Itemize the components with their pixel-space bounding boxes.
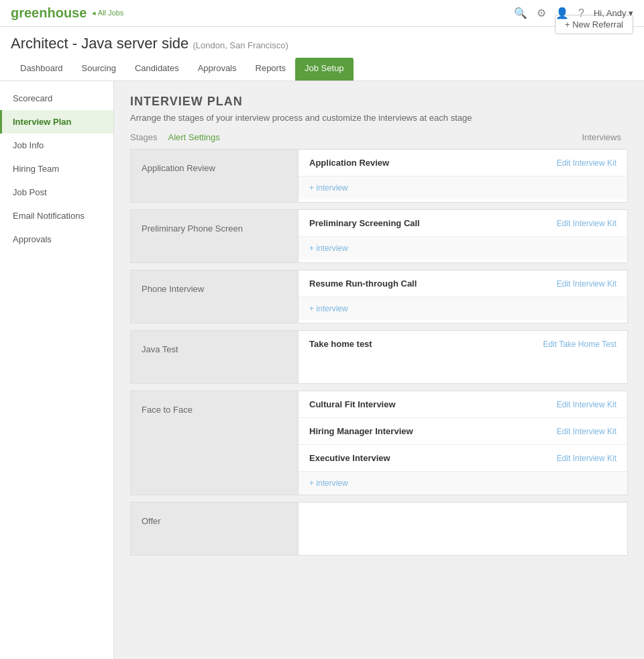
help-icon[interactable]: ? [578,7,584,19]
content-area: INTERVIEW PLAN Arrange the stages of you… [114,81,644,659]
stage-label-preliminary-phone-screen: Preliminary Phone Screen [130,209,298,263]
sidebar-item-job-info[interactable]: Job Info [0,134,113,157]
interview-name: Hiring Manager Interview [309,426,557,436]
interview-item: Resume Run-through CallEdit Interview Ki… [299,270,627,297]
section-desc: Arrange the stages of your interview pro… [130,113,628,123]
stage-interviews-application-review: Application ReviewEdit Interview Kit+ in… [298,149,628,203]
sidebar-item-job-post[interactable]: Job Post [0,181,113,204]
stage-row: Java TestTake home testEdit Take Home Te… [130,330,628,384]
tab-dashboard[interactable]: Dashboard [11,58,72,81]
stage-row: Face to FaceCultural Fit InterviewEdit I… [130,391,628,495]
edit-interview-kit-link[interactable]: Edit Take Home Test [543,340,616,349]
user-icon[interactable]: 👤 [555,7,569,19]
interview-item: Executive InterviewEdit Interview Kit [299,445,627,472]
stages-header: Stages Alert Settings Interviews [130,132,628,142]
edit-interview-kit-link[interactable]: Edit Interview Kit [557,400,616,409]
stage-interviews-offer [298,502,628,556]
interview-name: Take home test [309,339,543,349]
edit-interview-kit-link[interactable]: Edit Interview Kit [557,427,616,436]
top-bar-right: 🔍 ⚙ 👤 ? Hi, Andy ▾ [514,7,633,19]
section-title: INTERVIEW PLAN [130,95,628,109]
job-location: (London, San Francisco) [193,40,288,50]
search-icon[interactable]: 🔍 [514,7,527,19]
main-layout: Scorecard Interview Plan Job Info Hiring… [0,81,644,659]
add-interview-link[interactable]: + interview [299,297,627,320]
sidebar-item-hiring-team[interactable]: Hiring Team [0,157,113,181]
tab-navigation: Dashboard Sourcing Candidates Approvals … [11,58,633,81]
tab-candidates[interactable]: Candidates [125,58,189,81]
sidebar-item-interview-plan[interactable]: Interview Plan [0,110,113,134]
sidebar-item-approvals[interactable]: Approvals [0,227,113,251]
interview-item: Preliminary Screening CallEdit Interview… [299,210,627,237]
stages-container: Application ReviewApplication ReviewEdit… [130,149,628,556]
stage-row: Offer [130,502,628,556]
stage-interviews-phone-interview: Resume Run-through CallEdit Interview Ki… [298,270,628,323]
top-bar: greenhouse ◂ All Jobs 🔍 ⚙ 👤 ? Hi, Andy ▾ [0,0,644,27]
stage-interviews-preliminary-phone-screen: Preliminary Screening CallEdit Interview… [298,209,628,263]
stage-interviews-face-to-face: Cultural Fit InterviewEdit Interview Kit… [298,391,628,495]
interview-item: Cultural Fit InterviewEdit Interview Kit [299,391,627,418]
stage-row: Preliminary Phone ScreenPreliminary Scre… [130,209,628,263]
edit-interview-kit-link[interactable]: Edit Interview Kit [557,454,616,463]
sidebar: Scorecard Interview Plan Job Info Hiring… [0,81,114,659]
edit-interview-kit-link[interactable]: Edit Interview Kit [557,158,616,168]
stage-interviews-java-test: Take home testEdit Take Home Test [298,330,628,384]
add-interview-link[interactable]: + interview [299,176,627,199]
tab-reports[interactable]: Reports [246,58,296,81]
add-interview-link[interactable]: + interview [299,472,627,495]
stage-row: Application ReviewApplication ReviewEdit… [130,149,628,203]
page-header: + New Referral Architect - Java server s… [0,27,644,81]
edit-interview-kit-link[interactable]: Edit Interview Kit [557,219,616,228]
stage-label-java-test: Java Test [130,330,298,384]
interview-item: Hiring Manager InterviewEdit Interview K… [299,418,627,445]
tab-approvals[interactable]: Approvals [189,58,246,81]
stage-label-phone-interview: Phone Interview [130,270,298,323]
job-title: Architect - Java server side (London, Sa… [11,35,633,52]
interview-item: Take home testEdit Take Home Test [299,331,627,357]
interviews-label: Interviews [582,132,621,142]
sidebar-item-scorecard[interactable]: Scorecard [0,87,113,110]
stages-header-label: Stages [130,132,157,142]
interview-item: Application ReviewEdit Interview Kit [299,150,627,176]
interview-name: Preliminary Screening Call [309,218,557,228]
stage-label-offer: Offer [130,502,298,556]
stage-row: Phone InterviewResume Run-through CallEd… [130,270,628,323]
interview-name: Executive Interview [309,453,557,463]
interview-name: Resume Run-through Call [309,278,557,289]
tab-job-setup[interactable]: Job Setup [295,58,354,81]
settings-icon[interactable]: ⚙ [537,7,546,19]
user-greeting[interactable]: Hi, Andy ▾ [594,8,633,18]
logo: greenhouse [11,5,87,21]
edit-interview-kit-link[interactable]: Edit Interview Kit [557,279,616,289]
sidebar-item-email-notifications[interactable]: Email Notifications [0,204,113,227]
stage-label-face-to-face: Face to Face [130,391,298,495]
stage-label-application-review: Application Review [130,149,298,203]
interview-name: Application Review [309,158,557,168]
tab-sourcing[interactable]: Sourcing [72,58,125,81]
all-jobs-link[interactable]: ◂ All Jobs [92,9,123,17]
alert-settings-link[interactable]: Alert Settings [168,132,219,142]
add-interview-link[interactable]: + interview [299,237,627,260]
interview-name: Cultural Fit Interview [309,399,557,409]
